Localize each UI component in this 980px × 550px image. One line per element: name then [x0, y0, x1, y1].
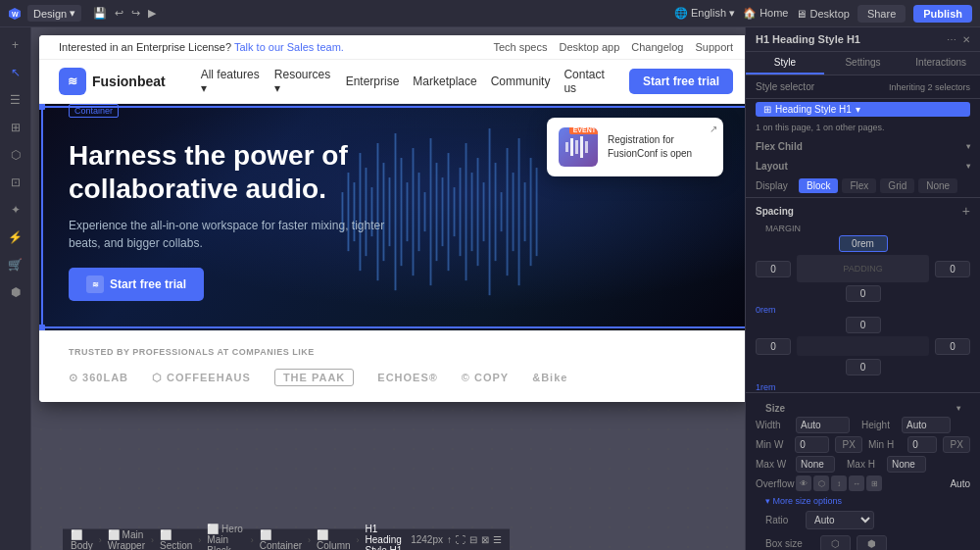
overflow-icon-2[interactable]: ⬡	[813, 475, 829, 491]
design-dropdown[interactable]: Design ▾	[27, 5, 81, 22]
overflow-icon-1[interactable]: 👁	[796, 475, 811, 491]
zoom-indicator: 1242px ↑ ⛶ ⊟ ⊠ ☰	[411, 534, 502, 545]
logo-360lab: ⊙ 360LAB	[69, 372, 128, 384]
boxsize-btn-2[interactable]: ⬢	[857, 535, 887, 550]
lang-selector[interactable]: 🌐 English ▾	[674, 7, 735, 20]
tab-settings[interactable]: Settings	[824, 52, 903, 75]
padding-top-input[interactable]	[846, 317, 881, 333]
style-value-badge[interactable]: ⊞ Heading Style H1 ▾	[756, 102, 970, 117]
nav-all-features[interactable]: All features ▾	[201, 68, 261, 95]
display-flex[interactable]: Flex	[842, 178, 876, 193]
margin-top-input[interactable]	[839, 235, 888, 252]
view-icon1[interactable]: ⊟	[469, 534, 477, 545]
view-icon2[interactable]: ⊠	[481, 534, 489, 545]
maxh-input[interactable]	[887, 456, 926, 473]
event-thumbnail: EVENT	[559, 127, 598, 167]
overflow-icon-3[interactable]: ↕	[831, 475, 847, 491]
nav-resources[interactable]: Resources ▾	[274, 68, 332, 95]
sidebar-components-icon[interactable]: ⊡	[4, 171, 27, 194]
canvas-scrollable[interactable]: Interested in an Enterprise License? Tal…	[31, 27, 745, 528]
tech-specs-link[interactable]: Tech specs	[493, 41, 547, 53]
chevron-down-icon: ▾	[70, 7, 75, 20]
minw-input[interactable]	[795, 436, 829, 453]
enterprise-bar: Interested in an Enterprise License? Tal…	[39, 35, 745, 60]
nav-contact[interactable]: Contact us	[564, 68, 613, 95]
breadcrumb-container[interactable]: ⬜ Container	[260, 529, 302, 551]
home-link[interactable]: 🏠 Home	[743, 7, 788, 20]
svg-rect-34	[535, 168, 538, 256]
padding-bottom-input[interactable]	[846, 359, 881, 375]
sidebar-ecommerce-icon[interactable]: 🛒	[4, 253, 27, 276]
sidebar-style-icon[interactable]: ✦	[4, 198, 27, 222]
width-input[interactable]	[796, 417, 850, 433]
boxsize-btn-1[interactable]: ⬡	[820, 535, 851, 550]
margin-right-input[interactable]	[935, 261, 970, 277]
breadcrumb-section[interactable]: ⬜ Section	[160, 529, 192, 551]
breadcrumb-h1[interactable]: H1 Heading Style H1	[366, 524, 406, 550]
event-arrow-icon[interactable]: ↗	[710, 124, 717, 134]
overflow-icon-5[interactable]: ⊞	[866, 475, 882, 491]
padding-left-input[interactable]	[756, 338, 791, 355]
hero-cta-button[interactable]: ≋ Start free trial	[69, 268, 204, 301]
sidebar-logic-icon[interactable]: ⬢	[4, 280, 27, 304]
nav-enterprise[interactable]: Enterprise	[346, 75, 400, 88]
nav-marketplace[interactable]: Marketplace	[413, 75, 476, 88]
nav-cta-button[interactable]: Start free trial	[629, 69, 733, 94]
breadcrumb-main-wrapper[interactable]: ⬜ Main Wrapper	[108, 529, 145, 551]
sidebar-pages-icon[interactable]: ☰	[4, 88, 27, 112]
breadcrumb-hero-block[interactable]: ⬜ Hero Main Block	[207, 524, 244, 550]
overflow-label: Overflow	[756, 478, 790, 489]
style-selector-label: Style selector	[756, 81, 814, 92]
publish-button[interactable]: Publish	[913, 5, 972, 23]
padding-right-input[interactable]	[935, 338, 970, 355]
svg-rect-24	[476, 158, 479, 266]
flex-child-chevron[interactable]: ▾	[966, 142, 970, 151]
tab-style[interactable]: Style	[746, 52, 824, 75]
redo-icon[interactable]: ↪	[129, 5, 142, 22]
display-grid[interactable]: Grid	[880, 178, 914, 193]
desktop-link[interactable]: 🖥 Desktop	[796, 8, 849, 20]
margin-left-input[interactable]	[756, 261, 791, 277]
save-icon[interactable]: 💾	[91, 5, 109, 22]
desktop-app-link[interactable]: Desktop app	[559, 41, 619, 53]
display-none[interactable]: None	[918, 178, 957, 193]
panel-options-icon[interactable]: ⋯	[947, 34, 956, 45]
minh-unit[interactable]: PX	[943, 436, 970, 453]
view-icon3[interactable]: ☰	[493, 534, 502, 545]
maxw-input[interactable]	[796, 456, 835, 473]
sidebar-add-icon[interactable]: +	[4, 33, 27, 57]
share-button[interactable]: Share	[858, 5, 906, 23]
undo-icon[interactable]: ↩	[113, 5, 125, 22]
trusted-logos: ⊙ 360LAB ⬡ COFFEEHAUS THE PAAK ECHOES® ©…	[69, 369, 723, 386]
display-block[interactable]: Block	[799, 178, 838, 193]
sidebar-interactions-icon[interactable]: ⚡	[4, 225, 27, 249]
spacing-add-btn[interactable]: +	[962, 203, 970, 219]
height-input[interactable]	[902, 417, 951, 433]
minw-unit[interactable]: PX	[835, 436, 862, 453]
breadcrumb-body[interactable]: ⬜ Body	[71, 529, 93, 551]
ratio-select[interactable]: Auto	[806, 511, 874, 529]
nav-community[interactable]: Community	[491, 75, 551, 88]
changelog-link[interactable]: Changelog	[631, 41, 683, 53]
panel-close-icon[interactable]: ✕	[962, 34, 970, 45]
minh-input[interactable]	[907, 436, 937, 453]
sidebar-cursor-icon[interactable]: ↖	[4, 61, 27, 84]
size-header: Size ▾	[756, 397, 970, 417]
enterprise-link[interactable]: Talk to our Sales team.	[234, 41, 344, 53]
sidebar-cms-icon[interactable]: ⊞	[4, 116, 27, 139]
size-chevron[interactable]: ▾	[956, 404, 960, 413]
breadcrumb-column[interactable]: ⬜ Column	[317, 529, 350, 551]
fullscreen-icon[interactable]: ⛶	[456, 534, 466, 545]
tab-interactions[interactable]: Interactions	[902, 52, 980, 75]
overflow-icon-4[interactable]: ↔	[849, 475, 864, 491]
layout-chevron[interactable]: ▾	[966, 162, 970, 171]
left-sidebar: + ↖ ☰ ⊞ ⬡ ⊡ ✦ ⚡ 🛒 ⬢	[0, 27, 31, 550]
sidebar-assets-icon[interactable]: ⬡	[4, 143, 27, 167]
selection-handle-bl	[39, 325, 45, 330]
padding-lr-row	[756, 336, 970, 356]
more-size-link[interactable]: ▾ More size options	[756, 494, 970, 508]
preview-icon[interactable]: ▶	[146, 5, 158, 22]
logo-copy: © COPY	[462, 372, 509, 383]
support-link[interactable]: Support	[695, 41, 733, 53]
margin-bottom-input[interactable]	[846, 285, 881, 302]
